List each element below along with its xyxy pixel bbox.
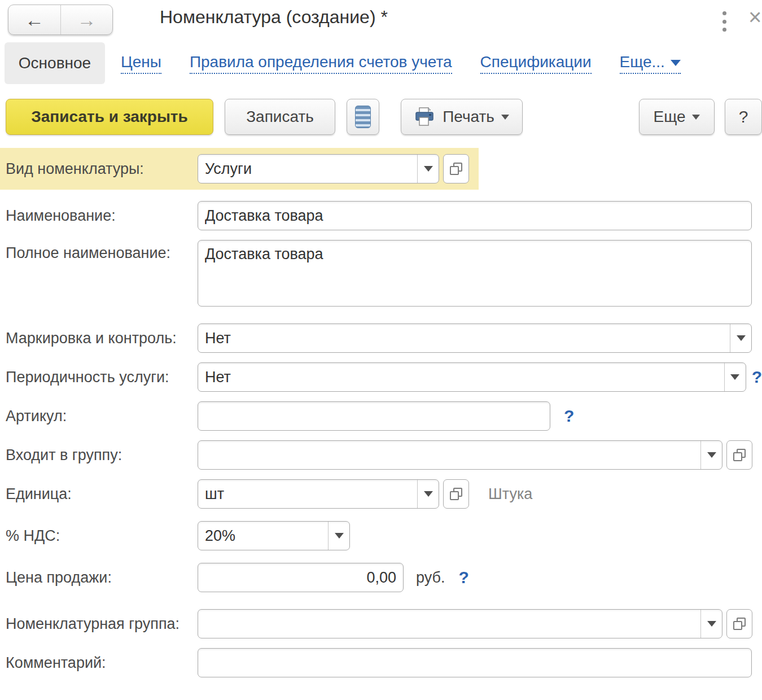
edinitsa-combo xyxy=(198,479,439,509)
more-button[interactable]: Еще xyxy=(639,99,715,135)
polnoe-naimenovanie-textarea[interactable]: Доставка товара xyxy=(198,240,752,307)
open-in-form-icon xyxy=(450,488,462,500)
field-row-markirovka: Маркировка и контроль: xyxy=(0,323,762,353)
back-arrow-icon: ← xyxy=(25,9,44,31)
nds-dropdown[interactable] xyxy=(328,522,349,550)
field-row-periodichnost: Периодичность услуги: ? xyxy=(0,362,762,392)
nds-label: % НДС: xyxy=(6,527,198,545)
periodichnost-label: Периодичность услуги: xyxy=(6,369,198,386)
related-records-button[interactable] xyxy=(347,99,379,135)
field-row-nomenklaturnaya-gruppa: Номенклатурная группа: xyxy=(0,609,762,638)
artikul-help-icon[interactable]: ? xyxy=(564,406,574,426)
save-button[interactable]: Записать xyxy=(225,99,335,135)
chevron-down-icon xyxy=(335,533,344,539)
vid-nomenklatury-input[interactable] xyxy=(198,155,417,183)
back-button[interactable]: ← xyxy=(8,5,60,34)
vid-nomenklatury-dropdown[interactable] xyxy=(417,155,439,183)
vhodit-v-gruppu-label: Входит в группу: xyxy=(6,447,198,464)
vhodit-v-gruppu-open-button[interactable] xyxy=(726,440,752,470)
markirovka-input[interactable] xyxy=(198,324,730,352)
nds-input[interactable] xyxy=(198,522,328,550)
edinitsa-hint: Штука xyxy=(488,485,532,503)
window-header: ← → Номенклатура (создание) * × xyxy=(0,0,762,42)
nomenklaturnaya-gruppa-input[interactable] xyxy=(198,610,700,638)
window-menu-icon[interactable] xyxy=(716,10,733,33)
tsena-prodazhi-currency: руб. xyxy=(416,569,445,587)
toolbar: Записать и закрыть Записать Печать Еще ? xyxy=(0,98,762,135)
edinitsa-input[interactable] xyxy=(198,480,417,508)
chevron-down-icon xyxy=(501,115,509,120)
edinitsa-label: Единица: xyxy=(6,485,198,503)
periodichnost-input[interactable] xyxy=(198,363,724,391)
edinitsa-dropdown[interactable] xyxy=(417,480,439,508)
naimenovanie-label: Наименование: xyxy=(6,207,198,225)
chevron-down-icon xyxy=(707,621,716,627)
vhodit-v-gruppu-input[interactable] xyxy=(198,441,700,469)
field-row-artikul: Артикул: ? xyxy=(0,401,762,431)
naimenovanie-input[interactable] xyxy=(198,201,752,230)
forward-arrow-icon: → xyxy=(77,9,97,31)
nds-combo xyxy=(198,521,350,550)
kommentarij-input[interactable] xyxy=(198,648,752,677)
vid-nomenklatury-combo xyxy=(198,154,439,183)
open-in-form-icon xyxy=(733,618,746,630)
nomenklaturnaya-gruppa-open-button[interactable] xyxy=(726,609,752,638)
chevron-down-icon xyxy=(692,115,700,120)
vhodit-v-gruppu-combo xyxy=(198,440,722,470)
vid-nomenklatury-label: Вид номенклатуры: xyxy=(6,160,198,178)
nomenklaturnaya-gruppa-dropdown[interactable] xyxy=(700,610,722,638)
chevron-down-icon xyxy=(424,491,433,497)
tsena-prodazhi-input[interactable] xyxy=(198,563,404,592)
vid-nomenklatury-open-button[interactable] xyxy=(443,154,469,183)
kommentarij-label: Комментарий: xyxy=(6,654,198,672)
stacked-list-icon xyxy=(355,106,371,128)
nomenclature-form: Вид номенклатуры: Наименование: Полное н… xyxy=(0,148,762,677)
tsena-prodazhi-help-icon[interactable]: ? xyxy=(458,568,468,587)
markirovka-label: Маркировка и контроль: xyxy=(6,330,198,347)
tab-tseny[interactable]: Цены xyxy=(121,53,161,74)
nomenklaturnaya-gruppa-combo xyxy=(198,609,722,638)
chevron-down-icon xyxy=(730,374,739,380)
nomenklaturnaya-gruppa-label: Номенклатурная группа: xyxy=(6,615,198,633)
tab-bar: Основное Цены Правила определения счетов… xyxy=(0,42,762,85)
chevron-down-icon xyxy=(424,166,433,172)
markirovka-combo xyxy=(198,323,752,353)
tab-osnovnoe[interactable]: Основное xyxy=(5,42,105,84)
periodichnost-dropdown[interactable] xyxy=(724,363,746,391)
field-row-polnoe-naimenovanie: Полное наименование: Доставка товара xyxy=(0,240,762,307)
tab-spetsifikatsii[interactable]: Спецификации xyxy=(480,53,592,74)
printer-icon xyxy=(414,107,435,126)
polnoe-naimenovanie-label: Полное наименование: xyxy=(6,240,198,262)
print-button[interactable]: Печать xyxy=(401,99,523,135)
save-close-button[interactable]: Записать и закрыть xyxy=(6,99,213,135)
field-row-vhodit-v-gruppu: Входит в группу: xyxy=(0,440,762,470)
tab-pravila-scheta[interactable]: Правила определения счетов учета xyxy=(190,53,452,74)
open-in-form-icon xyxy=(450,163,462,175)
markirovka-dropdown[interactable] xyxy=(730,324,751,352)
tsena-prodazhi-label: Цена продажи: xyxy=(6,569,198,587)
tab-more[interactable]: Еще... xyxy=(620,53,681,74)
artikul-label: Артикул: xyxy=(6,408,198,425)
help-button[interactable]: ? xyxy=(725,99,762,135)
field-row-edinitsa: Единица: Штука xyxy=(0,479,762,509)
periodichnost-help-icon[interactable]: ? xyxy=(752,368,762,387)
periodichnost-combo xyxy=(198,362,746,392)
nav-history-group: ← → xyxy=(8,5,113,35)
page-title: Номенклатура (создание) * xyxy=(160,7,388,28)
open-in-form-icon xyxy=(733,449,746,461)
close-icon[interactable]: × xyxy=(748,6,761,28)
field-row-kommentarij: Комментарий: xyxy=(0,648,762,677)
edinitsa-open-button[interactable] xyxy=(443,479,469,509)
chevron-down-icon xyxy=(737,335,746,341)
forward-button[interactable]: → xyxy=(60,5,112,34)
field-row-vid-nomenklatury: Вид номенклатуры: xyxy=(0,148,479,190)
field-row-tsena-prodazhi: Цена продажи: руб. ? xyxy=(0,563,762,592)
vhodit-v-gruppu-dropdown[interactable] xyxy=(700,441,722,469)
field-row-naimenovanie: Наименование: xyxy=(0,201,762,230)
field-row-nds: % НДС: xyxy=(0,521,762,550)
artikul-input[interactable] xyxy=(198,401,550,431)
chevron-down-icon xyxy=(707,452,716,458)
chevron-down-icon xyxy=(671,60,681,66)
